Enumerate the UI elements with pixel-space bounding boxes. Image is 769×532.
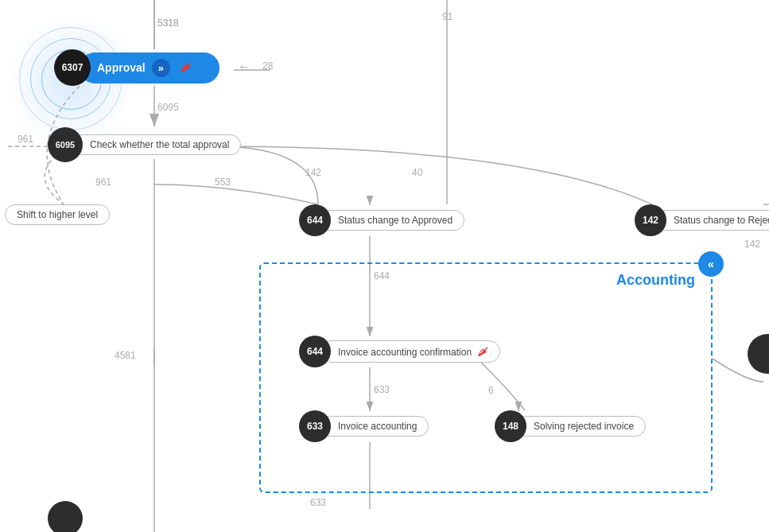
approval-circle: 6307 bbox=[54, 49, 91, 86]
el-633b: 633 bbox=[310, 497, 326, 508]
invoice-accounting-node[interactable]: 633 Invoice accounting bbox=[299, 410, 429, 442]
status-rejected-label: Status change to Rejected bbox=[655, 210, 769, 231]
accounting-label: Accounting bbox=[616, 272, 695, 289]
status-rejected-node[interactable]: 142 Status change to Rejected bbox=[635, 204, 769, 236]
workflow-canvas: 5318 5318 28 6095 142 40 91 961 961 553 … bbox=[0, 0, 769, 532]
invoice-conf-node[interactable]: 644 Invoice accounting confirmation 🌶 bbox=[299, 336, 500, 367]
collapse-button[interactable]: « bbox=[698, 251, 724, 277]
approval-arrows: » bbox=[152, 59, 170, 77]
shift-higher-label: Shift to higher level bbox=[5, 204, 110, 225]
status-rejected-circle: 142 bbox=[635, 204, 666, 236]
el-142b: 142 bbox=[744, 239, 760, 250]
el-961a: 961 bbox=[17, 134, 33, 145]
bottom-left-node bbox=[48, 501, 83, 532]
right-edge-node bbox=[748, 334, 769, 374]
approval-id: 6307 bbox=[62, 62, 84, 73]
status-approved-label: Status change to Approved bbox=[320, 210, 464, 231]
el-142: 142 bbox=[305, 167, 321, 178]
check-circle: 6095 bbox=[48, 127, 83, 162]
check-text: Check whether the total approval bbox=[90, 139, 229, 150]
status-approved-text: Status change to Approved bbox=[338, 215, 452, 226]
solving-rejected-circle: 148 bbox=[495, 410, 526, 442]
invoice-conf-circle: 644 bbox=[299, 336, 331, 367]
el-4581: 4581 bbox=[115, 350, 136, 361]
el-28: 28 bbox=[262, 60, 273, 72]
invoice-accounting-circle: 633 bbox=[299, 410, 331, 442]
chili-icon: 🌶 bbox=[180, 61, 191, 74]
shift-higher-node[interactable]: Shift to higher level bbox=[5, 204, 110, 225]
invoice-accounting-text: Invoice accounting bbox=[338, 421, 417, 432]
solving-rejected-text: Solving rejected invoice bbox=[534, 421, 634, 432]
solving-rejected-label: Solving rejected invoice bbox=[515, 416, 646, 437]
status-approved-node[interactable]: 644 Status change to Approved bbox=[299, 204, 464, 236]
shift-higher-text: Shift to higher level bbox=[17, 209, 98, 220]
invoice-conf-label: Invoice accounting confirmation 🌶 bbox=[320, 340, 500, 363]
el-5318: 5318 bbox=[157, 17, 179, 29]
solving-rejected-node[interactable]: 148 Solving rejected invoice bbox=[495, 410, 646, 442]
check-node[interactable]: 6095 Check whether the total approval bbox=[48, 127, 241, 162]
approval-text: Approval bbox=[97, 61, 146, 74]
el-553: 553 bbox=[215, 177, 231, 188]
invoice-conf-chili: 🌶 bbox=[477, 345, 488, 358]
incoming-arrow: ← bbox=[237, 59, 251, 76]
approval-label: Approval » 🌶 bbox=[80, 52, 219, 83]
edge-label-5318: 5318 bbox=[157, 17, 179, 29]
el-6095: 6095 bbox=[157, 102, 179, 113]
status-rejected-text: Status change to Rejected bbox=[674, 215, 769, 226]
accounting-dashed-box: Accounting « bbox=[259, 262, 713, 493]
status-approved-circle: 644 bbox=[299, 204, 331, 236]
approval-node[interactable]: 6307 Approval » 🌶 ← bbox=[54, 49, 219, 86]
el-91: 91 bbox=[442, 11, 452, 22]
el-961b: 961 bbox=[95, 177, 111, 188]
el-40: 40 bbox=[412, 167, 422, 178]
check-label: Check whether the total approval bbox=[72, 134, 241, 155]
invoice-conf-text: Invoice accounting confirmation bbox=[338, 347, 472, 358]
invoice-accounting-label: Invoice accounting bbox=[320, 416, 429, 437]
